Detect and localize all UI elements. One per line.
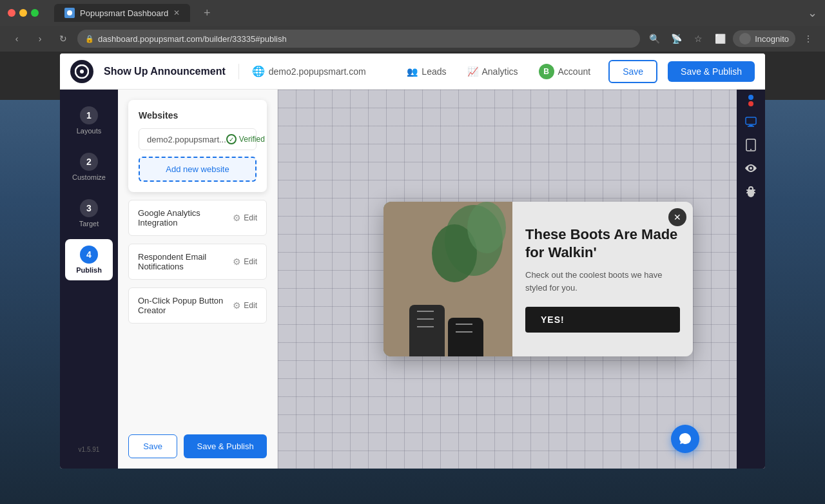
integration-email-name: Respondent Email Notifications xyxy=(138,252,233,271)
integration-analytics-edit-label: Edit xyxy=(244,213,257,222)
integration-analytics: Google Analytics Integration ⚙ Edit xyxy=(128,200,267,236)
website-item: demo2.popupsmart... ✓ Verified xyxy=(139,128,257,150)
leads-label: Leads xyxy=(422,66,446,77)
sidebar-item-layouts[interactable]: 1 Layouts xyxy=(65,100,113,141)
device-indicator xyxy=(748,95,753,106)
analytics-nav-item[interactable]: 📈 Analytics xyxy=(460,61,526,82)
desktop-dot xyxy=(748,95,753,100)
app-container: Show Up Announcement 🌐 demo2.popupsmart.… xyxy=(60,53,765,469)
chat-button[interactable] xyxy=(671,425,699,453)
preview-button[interactable] xyxy=(741,158,761,179)
integration-button-name: On-Click Popup Button Creator xyxy=(138,296,233,315)
forward-button[interactable]: › xyxy=(31,30,49,48)
gear-icon-analytics: ⚙ xyxy=(233,213,241,223)
svg-point-6 xyxy=(467,202,506,253)
svg-point-0 xyxy=(67,10,72,15)
sidebar-label-layouts: Layouts xyxy=(77,127,102,135)
search-icon[interactable]: 🔍 xyxy=(645,30,663,48)
minimize-window-button[interactable] xyxy=(19,9,27,17)
globe-icon: 🌐 xyxy=(252,65,265,77)
integration-button-edit[interactable]: ⚙ Edit xyxy=(233,300,257,311)
popup-heading: These Boots Are Made for Walkin' xyxy=(525,226,680,261)
app-logo xyxy=(70,60,93,83)
sidebar-label-customize: Customize xyxy=(72,173,106,181)
lock-icon: 🔒 xyxy=(85,35,94,43)
websites-title: Websites xyxy=(139,110,257,121)
more-options-button[interactable]: ⋮ xyxy=(799,30,817,48)
sidebar-label-target: Target xyxy=(79,220,99,228)
sidebar-item-publish[interactable]: 4 Publish xyxy=(65,239,113,280)
svg-point-20 xyxy=(750,149,752,150)
tab-close-button[interactable]: ✕ xyxy=(173,8,180,17)
app-body: 1 Layouts 2 Customize 3 Target 4 Publish… xyxy=(60,90,765,469)
account-nav-item[interactable]: B Account xyxy=(531,59,599,84)
popup-image xyxy=(383,202,512,356)
close-window-button[interactable] xyxy=(8,9,15,17)
verified-label: Verified xyxy=(239,135,265,144)
integration-analytics-name: Google Analytics Integration xyxy=(138,208,233,228)
popup-subtext: Check out the coolest boots we have styl… xyxy=(525,269,680,294)
header-divider xyxy=(238,64,239,79)
bookmark-icon[interactable]: ☆ xyxy=(689,30,707,48)
reload-button[interactable]: ↻ xyxy=(54,30,72,48)
sidebar-num-2: 2 xyxy=(80,153,98,171)
app-header: Show Up Announcement 🌐 demo2.popupsmart.… xyxy=(60,53,765,90)
panel-save-button[interactable]: Save xyxy=(128,434,177,458)
svg-rect-16 xyxy=(746,117,756,124)
sidebar-version: v1.5.91 xyxy=(79,446,100,458)
save-button[interactable]: Save xyxy=(608,60,657,83)
svg-rect-7 xyxy=(409,305,445,356)
extensions-icon[interactable]: ⬜ xyxy=(711,30,729,48)
website-name: demo2.popupsmart... xyxy=(147,135,226,144)
back-button[interactable]: ‹ xyxy=(8,30,26,48)
address-bar[interactable]: 🔒 dashboard.popupsmart.com/builder/33335… xyxy=(77,30,640,48)
integration-email-edit-label: Edit xyxy=(244,257,257,266)
leads-nav-item[interactable]: 👥 Leads xyxy=(399,61,454,82)
right-tools xyxy=(737,90,765,469)
desktop-view-button[interactable] xyxy=(741,111,761,132)
canvas-area: ✕ These Boots Are Made for Walkin' Check… xyxy=(278,90,737,469)
header-website-url: demo2.popupsmart.com xyxy=(269,66,366,77)
popup-preview: ✕ These Boots Are Made for Walkin' Check… xyxy=(383,202,693,356)
svg-point-21 xyxy=(750,167,752,170)
sidebar-num-4: 4 xyxy=(80,246,98,264)
analytics-icon: 📈 xyxy=(467,66,478,77)
bug-button[interactable] xyxy=(741,181,761,202)
tab-title: Popupsmart Dashboard xyxy=(80,8,168,18)
incognito-label: Incognito xyxy=(755,34,789,44)
verified-icon: ✓ xyxy=(226,134,237,144)
left-panel: Websites demo2.popupsmart... ✓ Verified … xyxy=(118,90,278,469)
header-website: 🌐 demo2.popupsmart.com xyxy=(252,65,366,77)
address-url: dashboard.popupsmart.com/builder/33335#p… xyxy=(98,34,287,44)
tablet-view-button[interactable] xyxy=(741,135,761,155)
account-label: Account xyxy=(558,66,591,77)
gear-icon-button: ⚙ xyxy=(233,300,241,311)
leads-icon: 👥 xyxy=(407,66,418,77)
popup-cta-button[interactable]: YES! xyxy=(525,307,680,333)
integration-email-edit[interactable]: ⚙ Edit xyxy=(233,257,257,267)
mobile-dot xyxy=(748,101,753,106)
sidebar-item-customize[interactable]: 2 Customize xyxy=(65,146,113,188)
analytics-label: Analytics xyxy=(482,66,518,77)
integration-email: Respondent Email Notifications ⚙ Edit xyxy=(128,244,267,280)
sidebar-item-target[interactable]: 3 Target xyxy=(65,193,113,234)
save-publish-button[interactable]: Save & Publish xyxy=(668,61,755,82)
new-tab-button[interactable]: + xyxy=(198,4,216,22)
popup-content: ✕ These Boots Are Made for Walkin' Check… xyxy=(512,202,693,356)
sidebar-num-1: 1 xyxy=(80,106,98,124)
maximize-window-button[interactable] xyxy=(31,9,39,17)
cast-icon[interactable]: 📡 xyxy=(667,30,685,48)
active-tab[interactable]: Popupsmart Dashboard ✕ xyxy=(54,4,190,22)
account-avatar: B xyxy=(539,64,554,79)
verified-badge: ✓ Verified xyxy=(226,134,265,144)
websites-card: Websites demo2.popupsmart... ✓ Verified … xyxy=(128,100,267,192)
integration-analytics-edit[interactable]: ⚙ Edit xyxy=(233,213,257,223)
panel-publish-button[interactable]: Save & Publish xyxy=(184,434,267,458)
integration-button: On-Click Popup Button Creator ⚙ Edit xyxy=(128,287,267,324)
window-controls-button[interactable]: ⌄ xyxy=(808,6,817,20)
panel-bottom: Save Save & Publish xyxy=(128,434,267,458)
incognito-badge: Incognito xyxy=(733,30,795,47)
popup-close-button[interactable]: ✕ xyxy=(668,208,686,226)
add-website-button[interactable]: Add new website xyxy=(139,157,257,182)
sidebar-label-publish: Publish xyxy=(76,266,102,274)
